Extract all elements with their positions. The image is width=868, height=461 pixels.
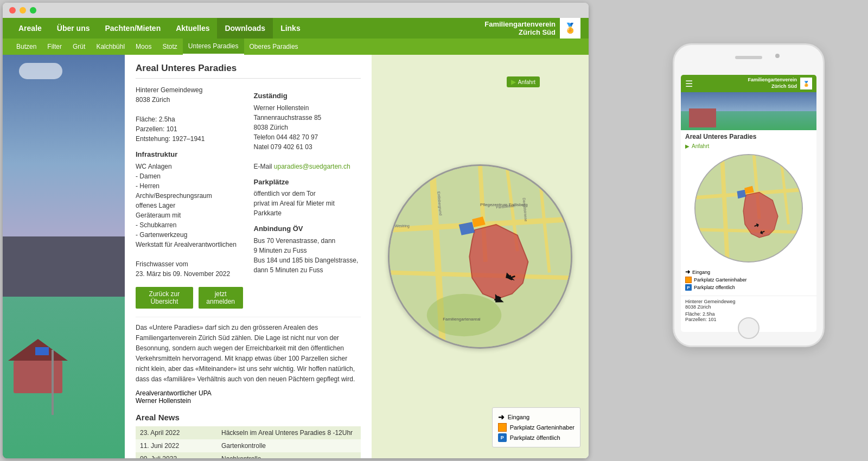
address-city: 8038 Zürich [136,95,243,105]
telefon: Telefon 044 482 70 97 [254,132,361,142]
svg-text:Westring: Westring [395,224,410,228]
frischwasser: Frischwasser vom [136,259,243,269]
subnav-kalchbuehl[interactable]: Kalchbühl [91,39,130,55]
subnav-stotz[interactable]: Stotz [157,39,182,55]
zustaendig-name: Werner Hollenstein [254,103,361,113]
nav-ueber-uns[interactable]: Über uns [49,18,98,39]
phone-mockup: ☰ Familiengartenverein Zürich Süd 🏅 Area… [673,43,825,347]
phone-home-button[interactable] [738,317,760,339]
news-row: 11. Juni 2022Gartenkontrolle [136,439,361,452]
anmelden-button[interactable]: jetzt anmelden [199,287,243,309]
news-date: 11. Juni 2022 [136,439,217,452]
news-row: 09. Juli 2022Nachkontrolle [136,452,361,458]
address-street: Hinterer Gemeindeweg [136,85,243,95]
browser-titlebar [3,3,589,18]
news-title: Areal News [136,413,361,422]
news-section: Areal News 23. April 2022Häckseln im Are… [136,413,361,458]
nav-downloads[interactable]: Downloads [217,18,273,39]
anfahrt-button[interactable]: ▶ Anfahrt [507,76,540,87]
flaeche: Fläche: 2.5ha [136,114,243,124]
site-logo: 🏅 [560,18,580,39]
infra-wc: WC Anlagen [136,162,243,171]
news-text: Gartenkontrolle [217,439,361,452]
subnav-unteres-paradies[interactable]: Unteres Paradies [183,39,244,55]
parkplaetze-text2: privat im Areal für Mieter mit [254,199,361,208]
phone-legend-eingang: ➜ Eingang [685,268,812,276]
parkplatz-garten-icon [498,423,507,432]
news-date: 09. Juli 2022 [136,452,217,458]
subnav-filter[interactable]: Filter [42,39,67,55]
zustaendig-street: Tannenrauchstrasse 85 [254,113,361,123]
email-line: E-Mail uparadies@suedgarten.ch [254,162,361,171]
subnav-grut[interactable]: Grüt [67,39,91,55]
oev-text4: dann 5 Minuten zu Fuss [254,265,361,275]
phone-site-title: Familiengartenverein Zürich Süd [748,77,797,89]
infra-werkstatt: Werkstatt für Arealverantwortlichen [136,240,243,249]
maximize-button[interactable] [30,7,36,14]
oev-text3: Bus 184 und 185 bis Dangelstrasse, [254,255,361,265]
phone-parkplatz-garten-icon [685,277,692,283]
parkplaetze-text1: öffentlich vor dem Tor [254,189,361,199]
areal-title: Areal Unteres Paradies [136,63,361,79]
main-nav: Areale Über uns Pachten/Mieten Aktuelles… [3,18,589,39]
map-legend: ➜ Eingang Parkplatz Garteninhaber P Park… [492,407,580,447]
action-buttons: Zurück zur Übersicht jetzt anmelden [136,287,243,309]
subnav-moos[interactable]: Moos [130,39,157,55]
map-area: ▶ Anfahrt [372,55,589,458]
legend-parkplatz-oeffentlich: P Parkplatz öffentlich [498,433,575,442]
phone-menu-icon[interactable]: ☰ [685,79,693,89]
natel: Natel 079 402 61 03 [254,142,361,152]
phone-screen: ☰ Familiengartenverein Zürich Süd 🏅 Area… [681,75,816,332]
news-row: 23. April 2022Häckseln im Areal Unteres … [136,426,361,439]
oev-text1: Bus 70 Verenastrasse, dann [254,236,361,246]
parkplatz-oeffentlich-icon: P [498,433,507,442]
phone-photo [681,92,816,130]
minimize-button[interactable] [20,7,26,14]
infra-damen: - Damen [136,171,243,181]
legend-eingang: ➜ Eingang [498,413,575,421]
svg-text:Familiengartenareal: Familiengartenareal [443,317,481,322]
nav-links[interactable]: Links [273,18,308,39]
phone-areal-title: Areal Unteres Paradies [681,130,816,142]
infra-werkzeug: - Gartenwerkzeug [136,230,243,240]
areal-photo [3,55,125,458]
nav-areale[interactable]: Areale [11,18,49,39]
svg-text:Pflegezentrum Entlisberg: Pflegezentrum Entlisberg [480,202,528,207]
parkplaetze-text3: Parkkarte [254,208,361,218]
phone-logo: 🏅 [800,78,812,89]
phone-legend: ➜ Eingang Parkplatz Garteninhaber P Park… [681,265,816,294]
news-table: 23. April 2022Häckseln im Areal Unteres … [136,426,361,458]
entstehung: Entstehung: 1927–1941 [136,134,243,144]
nav-aktuelles[interactable]: Aktuelles [168,18,217,39]
map-svg: ➜ ➜ Entlisbergrund Paradiesstr. Dangelst… [390,166,571,347]
zurueck-button[interactable]: Zurück zur Übersicht [136,287,193,309]
oev-text2: 9 Minuten zu Fuss [254,246,361,255]
svg-point-1 [427,294,502,337]
info-col-left: Hinterer Gemeindeweg 8038 Zürich Fläche:… [136,85,243,309]
info-col-right: Zuständig Werner Hollenstein Tannenrauch… [254,85,361,309]
email-link[interactable]: uparadies@suedgarten.ch [274,163,350,170]
phone-map-circle: ➜ ➜ [694,154,803,262]
news-date: 23. April 2022 [136,426,217,439]
zustaendig-city: 8038 Zürich [254,123,361,132]
content-area: Areal Unteres Paradies Hinterer Gemeinde… [3,55,589,458]
legend-parkplatz-garten: Parkplatz Garteninhaber [498,423,575,432]
parzellen: Parzellen: 101 [136,124,243,134]
infra-geraet: Geräteraum mit [136,210,243,220]
subnav-butzen[interactable]: Butzen [11,39,42,55]
infra-archiv: Archiv/Besprechungsraum [136,191,243,201]
close-button[interactable] [9,7,16,14]
nav-pachten[interactable]: Pachten/Mieten [98,18,169,39]
infra-herren: - Herren [136,181,243,191]
frischwasser-dates: 23. März bis 09. November 2022 [136,269,243,279]
oev-label: Anbindung ÖV [254,223,361,234]
browser-window: Areale Über uns Pachten/Mieten Aktuelles… [3,3,589,458]
phone-nav: ☰ Familiengartenverein Zürich Süd 🏅 [681,75,816,92]
subnav-oberes-paradies[interactable]: Oberes Paradies [244,39,304,55]
description-text: Das «Untere Paradies» darf sich zu den g… [136,317,361,385]
phone-parkplatz-oeffentlich-icon: P [685,284,692,291]
infra-lager: offenes Lager [136,201,243,210]
info-panel: Areal Unteres Paradies Hinterer Gemeinde… [125,55,372,458]
parkplaetze-label: Parkplätze [254,177,361,188]
phone-anfahrt[interactable]: ▶ Anfahrt [681,142,816,151]
